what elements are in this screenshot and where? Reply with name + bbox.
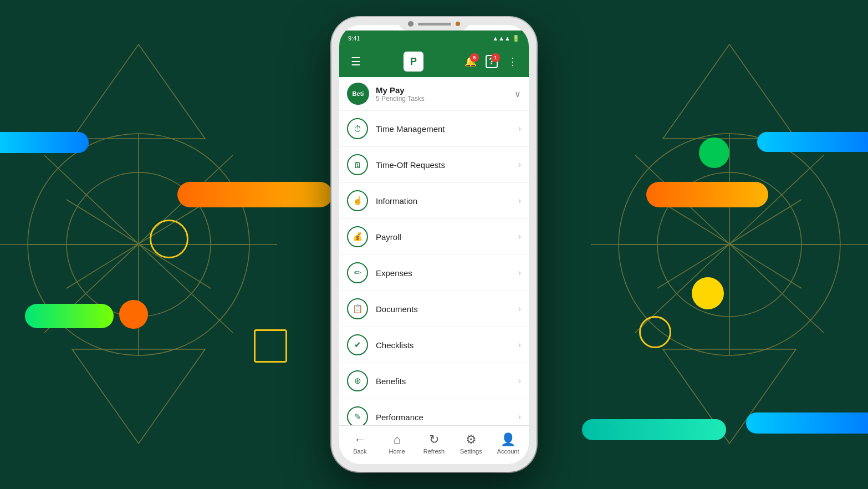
- notification-button[interactable]: 🔔 5: [461, 52, 480, 71]
- home-nav-button[interactable]: ⌂ Home: [379, 430, 416, 457]
- deco-orange-left: [177, 182, 333, 207]
- help-button[interactable]: ? 1: [482, 52, 501, 71]
- deco-green-circle-right: [699, 137, 729, 168]
- menu-icon-payroll: 💰: [347, 226, 368, 247]
- chevron-right-icon: ›: [518, 268, 521, 278]
- chevron-right-icon: ›: [518, 304, 521, 314]
- menu-item-benefits[interactable]: ⊕ Benefits ›: [339, 363, 529, 399]
- performance-icon: ✎: [354, 412, 361, 422]
- menu-icon-expenses: ✏: [347, 262, 368, 283]
- expenses-icon: ✏: [354, 268, 361, 278]
- chevron-right-icon: ›: [518, 340, 521, 350]
- phone-screen: 9:41 ▲▲▲ 🔋 ☰ P 🔔 5: [339, 25, 529, 464]
- documents-icon: 📋: [353, 304, 363, 314]
- menu-item-checklists[interactable]: ✔ Checklists ›: [339, 327, 529, 363]
- deco-blue-top: [0, 132, 89, 153]
- my-pay-text: My Pay 5 Pending Tasks: [376, 85, 514, 103]
- checklists-icon: ✔: [354, 340, 361, 350]
- home-nav-label: Home: [389, 448, 405, 455]
- chevron-right-icon: ›: [518, 160, 521, 170]
- menu-item-information[interactable]: ☝ Information ›: [339, 183, 529, 219]
- hamburger-menu-button[interactable]: ☰: [346, 52, 366, 72]
- settings-nav-button[interactable]: ⚙ Settings: [452, 430, 489, 457]
- back-nav-label: Back: [353, 448, 366, 455]
- settings-nav-label: Settings: [460, 448, 482, 455]
- menu-icon-documents: 📋: [347, 298, 368, 319]
- menu-icon-time-off-requests: 🗓: [347, 154, 368, 175]
- information-icon: ☝: [353, 196, 363, 206]
- deco-rect-bottom-left: [254, 329, 287, 363]
- svg-line-7: [67, 200, 211, 288]
- chevron-down-icon: ∨: [514, 89, 521, 99]
- app-logo: P: [370, 52, 457, 72]
- svg-line-18: [657, 200, 801, 288]
- svg-marker-19: [663, 44, 796, 139]
- menu-list: ⏱ Time Management › 🗓 Time-Off Requests …: [339, 111, 529, 425]
- payroll-icon: 💰: [353, 232, 363, 242]
- back-nav-button[interactable]: ← Back: [341, 430, 379, 457]
- menu-label-performance: Performance: [376, 412, 518, 422]
- back-icon: ←: [354, 432, 366, 447]
- benefits-icon: ⊕: [354, 376, 361, 386]
- chevron-right-icon: ›: [518, 196, 521, 206]
- deco-blue-bottom-right: [746, 412, 868, 434]
- menu-label-time-off-requests: Time-Off Requests: [376, 160, 518, 170]
- menu-icon-performance: ✎: [347, 406, 368, 425]
- account-nav-button[interactable]: 👤 Account: [489, 430, 527, 457]
- my-pay-subtitle: 5 Pending Tasks: [376, 95, 514, 103]
- avatar: Beti: [347, 83, 369, 105]
- refresh-nav-button[interactable]: ↻ Refresh: [416, 430, 453, 457]
- svg-line-6: [67, 200, 211, 288]
- svg-marker-8: [72, 44, 205, 139]
- header-action-icons: 🔔 5 ? 1 ⋮: [461, 52, 522, 71]
- notification-badge: 5: [470, 53, 479, 62]
- phone-outer: 9:41 ▲▲▲ 🔋 ☰ P 🔔 5: [331, 17, 537, 472]
- menu-item-expenses[interactable]: ✏ Expenses ›: [339, 255, 529, 291]
- svg-marker-9: [72, 349, 205, 444]
- status-bar: 9:41 ▲▲▲ 🔋: [339, 30, 529, 46]
- menu-item-payroll[interactable]: 💰 Payroll ›: [339, 219, 529, 255]
- chevron-right-icon: ›: [518, 412, 521, 422]
- notch-speaker: [418, 23, 451, 26]
- deco-orange-right: [646, 182, 768, 207]
- menu-label-payroll: Payroll: [376, 232, 518, 242]
- menu-icon-time-management: ⏱: [347, 118, 368, 139]
- menu-icon-benefits: ⊕: [347, 370, 368, 391]
- my-pay-row[interactable]: Beti My Pay 5 Pending Tasks ∨: [339, 77, 529, 111]
- notch-dot: [456, 22, 460, 26]
- menu-label-documents: Documents: [376, 304, 518, 314]
- settings-icon: ⚙: [466, 432, 477, 447]
- more-options-button[interactable]: ⋮: [503, 52, 522, 71]
- status-time: 9:41: [348, 35, 360, 42]
- time-management-icon: ⏱: [354, 124, 362, 134]
- deco-teal-bottom: [582, 419, 726, 440]
- svg-line-17: [657, 200, 801, 288]
- deco-circle-outline-left: [150, 220, 188, 258]
- menu-item-time-management[interactable]: ⏱ Time Management ›: [339, 111, 529, 147]
- help-badge: 1: [491, 53, 500, 62]
- refresh-icon: ↻: [429, 432, 439, 447]
- menu-icon-checklists: ✔: [347, 334, 368, 355]
- refresh-nav-label: Refresh: [423, 448, 445, 455]
- status-icons: ▲▲▲ 🔋: [492, 35, 520, 42]
- more-icon: ⋮: [508, 55, 518, 68]
- menu-item-documents[interactable]: 📋 Documents ›: [339, 291, 529, 327]
- menu-icon-information: ☝: [347, 190, 368, 211]
- home-icon: ⌂: [394, 432, 401, 447]
- chevron-right-icon: ›: [518, 124, 521, 134]
- phone-wrapper: 9:41 ▲▲▲ 🔋 ☰ P 🔔 5: [331, 17, 537, 472]
- account-icon: 👤: [501, 432, 515, 447]
- menu-item-performance[interactable]: ✎ Performance ›: [339, 399, 529, 425]
- deco-circle-outline-right: [639, 316, 671, 348]
- chevron-right-icon: ›: [518, 376, 521, 386]
- deco-green-pill: [25, 304, 114, 328]
- menu-item-time-off-requests[interactable]: 🗓 Time-Off Requests ›: [339, 147, 529, 183]
- menu-label-expenses: Expenses: [376, 268, 518, 278]
- my-pay-title: My Pay: [376, 85, 514, 95]
- menu-label-benefits: Benefits: [376, 376, 518, 386]
- phone-notch: [398, 17, 470, 30]
- account-nav-label: Account: [497, 448, 519, 455]
- chevron-right-icon: ›: [518, 232, 521, 242]
- menu-label-checklists: Checklists: [376, 340, 518, 350]
- deco-blue-right: [757, 132, 868, 152]
